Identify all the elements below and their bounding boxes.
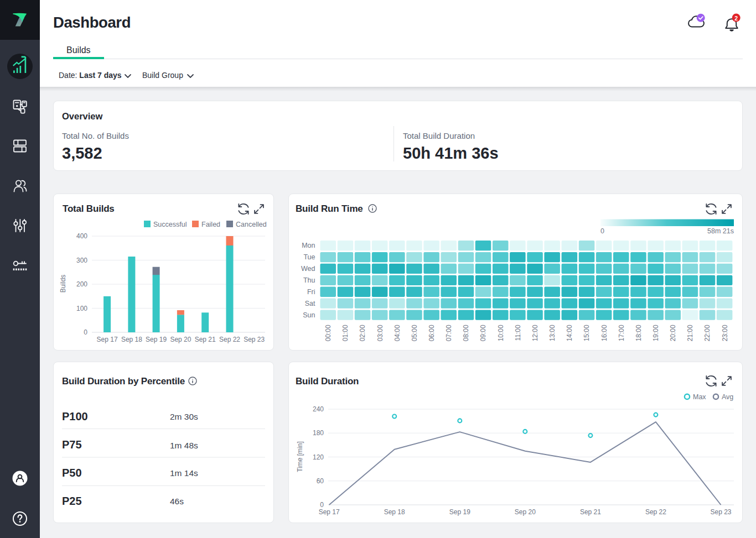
svg-text:400: 400 [76,232,87,240]
svg-text:Tue: Tue [303,253,315,261]
svg-text:120: 120 [313,453,324,461]
svg-text:04:00: 04:00 [393,325,401,341]
svg-text:200: 200 [76,280,87,288]
svg-text:Sep 20: Sep 20 [170,336,191,343]
svg-text:Sep 18: Sep 18 [121,336,142,343]
svg-text:11:00: 11:00 [514,325,522,341]
svg-text:22:00: 22:00 [703,325,711,341]
svg-text:23:00: 23:00 [721,325,729,341]
svg-text:1m 14s: 1m 14s [170,468,198,478]
svg-text:46s: 46s [170,497,184,506]
svg-text:60: 60 [317,477,324,485]
svg-text:Sep 18: Sep 18 [384,508,405,516]
svg-text:Thu: Thu [303,276,315,284]
svg-text:P50: P50 [62,467,82,479]
svg-text:Sep 17: Sep 17 [97,336,118,343]
svg-text:19:00: 19:00 [652,325,660,341]
svg-text:08:00: 08:00 [462,325,470,341]
svg-text:100: 100 [76,305,87,312]
svg-text:P75: P75 [62,438,82,451]
svg-text:2m 30s: 2m 30s [170,412,198,421]
svg-text:Cancelled: Cancelled [236,221,267,228]
svg-text:300: 300 [76,257,87,264]
svg-text:Builds: Builds [59,275,67,293]
svg-text:Sep 23: Sep 23 [244,336,265,343]
svg-text:0: 0 [320,501,324,509]
svg-text:Sep 21: Sep 21 [580,508,601,516]
svg-text:16:00: 16:00 [600,325,608,341]
svg-text:Sat: Sat [305,300,315,307]
svg-text:Sep 21: Sep 21 [195,336,216,343]
svg-text:Mon: Mon [302,242,315,249]
svg-text:12:00: 12:00 [531,325,539,341]
svg-text:Sep 22: Sep 22 [645,508,666,516]
svg-text:15:00: 15:00 [583,325,591,341]
svg-text:01:00: 01:00 [341,325,349,341]
svg-text:0: 0 [600,227,604,235]
svg-text:Sep 23: Sep 23 [710,508,731,516]
svg-text:P100: P100 [62,410,88,422]
svg-text:Max: Max [693,393,706,401]
svg-text:20:00: 20:00 [669,325,677,341]
svg-text:180: 180 [313,429,324,437]
svg-text:07:00: 07:00 [445,325,453,341]
svg-text:Sep 19: Sep 19 [146,336,167,343]
svg-text:Sep 19: Sep 19 [449,508,470,516]
svg-text:02:00: 02:00 [359,325,366,341]
svg-text:03:00: 03:00 [376,325,384,341]
svg-text:09:00: 09:00 [479,325,487,341]
svg-text:58m 21s: 58m 21s [707,227,734,235]
svg-text:Successful: Successful [153,221,187,228]
svg-text:05:00: 05:00 [411,325,418,341]
svg-text:13:00: 13:00 [548,325,556,341]
svg-text:Sep 22: Sep 22 [219,336,240,343]
svg-text:2: 2 [734,15,738,22]
svg-text:Wed: Wed [301,265,315,273]
svg-text:18:00: 18:00 [635,325,643,341]
svg-text:Fri: Fri [307,288,315,296]
svg-text:Failed: Failed [201,221,220,228]
svg-text:Sun: Sun [303,311,315,319]
svg-text:1m 48s: 1m 48s [170,441,198,450]
svg-text:10:00: 10:00 [497,325,505,341]
svg-text:00:00: 00:00 [324,325,332,341]
svg-text:Sep 17: Sep 17 [319,508,340,516]
svg-text:21:00: 21:00 [686,325,694,341]
svg-text:Avg: Avg [722,393,733,401]
svg-text:240: 240 [313,405,324,413]
svg-text:Time [min]: Time [min] [296,441,304,472]
svg-text:14:00: 14:00 [566,325,573,341]
svg-text:Sep 20: Sep 20 [515,508,536,516]
svg-text:P25: P25 [62,495,82,507]
svg-text:17:00: 17:00 [618,325,625,341]
svg-text:06:00: 06:00 [428,325,436,341]
svg-text:0: 0 [84,328,87,336]
